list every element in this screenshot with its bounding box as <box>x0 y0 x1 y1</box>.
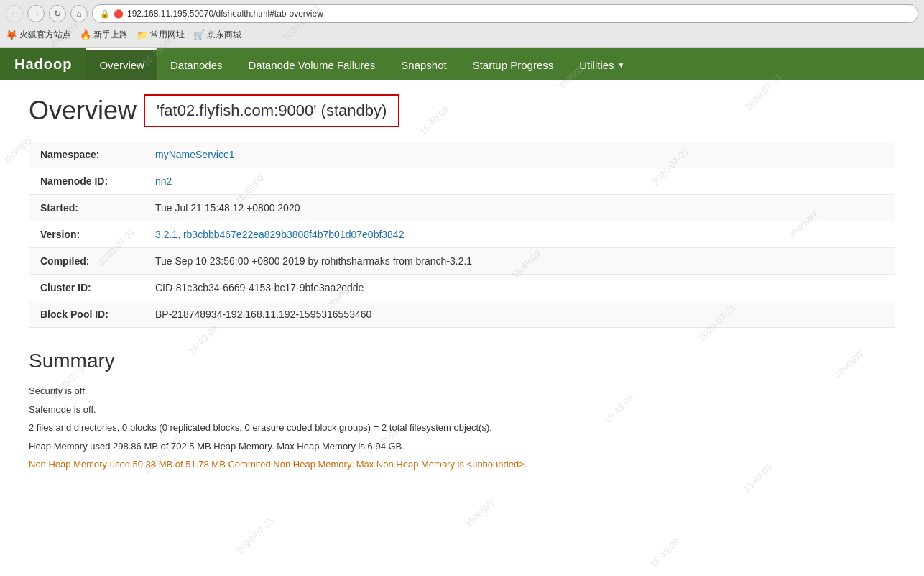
url-text: 192.168.11.195:50070/dfshealth.html#tab-… <box>127 9 323 19</box>
fox-icon: 🦊 <box>6 29 17 40</box>
row-value[interactable]: myNameService1 <box>144 142 895 168</box>
home-button[interactable]: ⌂ <box>70 5 88 22</box>
overview-section: Overview 'fat02.flyfish.com:9000' (stand… <box>29 94 895 328</box>
nav-startup-progress[interactable]: Startup Progress <box>460 48 567 80</box>
summary-item: Security is off. <box>29 384 895 398</box>
address-bar[interactable]: 🔒 🔴 192.168.11.195:50070/dfshealth.html#… <box>92 4 918 23</box>
folder-icon: 📁 <box>137 29 148 40</box>
bookmark-label: 火狐官方站点 <box>19 29 71 41</box>
bookmark-newuser[interactable]: 🔥 新手上路 <box>80 29 128 41</box>
row-link[interactable]: myNameService1 <box>155 149 234 160</box>
bookmark-jd[interactable]: 🛒 京东商城 <box>193 29 241 41</box>
bookmark-label: 常用网址 <box>150 29 185 41</box>
dropdown-arrow-icon: ▼ <box>618 61 625 69</box>
security-icon: 🔒 <box>100 9 110 19</box>
page-title: Overview <box>29 96 137 126</box>
table-row: Block Pool ID:BP-218748934-192.168.11.19… <box>29 301 895 328</box>
info-table: Namespace:myNameService1Namenode ID:nn2S… <box>29 142 895 328</box>
table-row: Namenode ID:nn2 <box>29 168 895 195</box>
summary-item: Safemode is off. <box>29 403 895 417</box>
bookmark-common[interactable]: 📁 常用网址 <box>137 29 185 41</box>
summary-section: Summary Security is off.Safemode is off.… <box>29 349 895 472</box>
brand-logo: Hadoop <box>0 48 86 80</box>
bookmark-label: 京东商城 <box>207 29 241 41</box>
bookmark-foxofficial[interactable]: 🦊 火狐官方站点 <box>6 29 71 41</box>
row-value[interactable]: nn2 <box>144 168 895 195</box>
browser-chrome: ← → ↻ ⌂ 🔒 🔴 192.168.11.195:50070/dfsheal… <box>0 0 924 48</box>
standby-indicator: 'fat02.flyfish.com:9000' (standby) <box>144 94 399 127</box>
nav-datanodes[interactable]: Datanodes <box>157 48 236 80</box>
bookmark-label: 新手上路 <box>93 29 128 41</box>
nav-utilities[interactable]: Utilities ▼ <box>566 48 637 80</box>
row-label: Version: <box>29 221 144 248</box>
jd-icon: 🛒 <box>193 29 205 40</box>
row-label: Compiled: <box>29 248 144 275</box>
fire-icon: 🔥 <box>80 29 91 40</box>
nav-links: Overview Datanodes Datanode Volume Failu… <box>86 48 637 80</box>
row-label: Block Pool ID: <box>29 301 144 328</box>
row-label: Namenode ID: <box>29 168 144 195</box>
refresh-button[interactable]: ↻ <box>49 5 66 22</box>
summary-title: Summary <box>29 349 895 372</box>
overview-heading: Overview 'fat02.flyfish.com:9000' (stand… <box>29 94 895 127</box>
main-navbar: Hadoop Overview Datanodes Datanode Volum… <box>0 48 924 80</box>
table-row: Started:Tue Jul 21 15:48:12 +0800 2020 <box>29 195 895 221</box>
main-content: Overview 'fat02.flyfish.com:9000' (stand… <box>0 80 924 490</box>
nav-snapshot[interactable]: Snapshot <box>388 48 459 80</box>
row-label: Cluster ID: <box>29 275 144 301</box>
summary-item: 2 files and directories, 0 blocks (0 rep… <box>29 421 895 435</box>
row-label: Namespace: <box>29 142 144 168</box>
row-value: Tue Sep 10 23:56:00 +0800 2019 by rohith… <box>144 248 895 275</box>
site-icon: 🔴 <box>114 9 124 19</box>
bookmarks-bar: 🦊 火狐官方站点 🔥 新手上路 📁 常用网址 🛒 京东商城 <box>6 27 918 43</box>
table-row: Cluster ID:CID-81c3cb34-6669-4153-bc17-9… <box>29 275 895 301</box>
row-value: BP-218748934-192.168.11.192-159531655346… <box>144 301 895 328</box>
back-button[interactable]: ← <box>6 5 23 22</box>
nav-datanode-volume-failures[interactable]: Datanode Volume Failures <box>236 48 389 80</box>
forward-button[interactable]: → <box>27 5 45 22</box>
row-value[interactable]: 3.2.1, rb3cbbb467e22ea829b3808f4b7b01d07… <box>144 221 895 248</box>
table-row: Version:3.2.1, rb3cbbb467e22ea829b3808f4… <box>29 221 895 248</box>
row-link[interactable]: nn2 <box>155 175 172 187</box>
table-row: Compiled:Tue Sep 10 23:56:00 +0800 2019 … <box>29 248 895 275</box>
browser-nav: ← → ↻ ⌂ 🔒 🔴 192.168.11.195:50070/dfsheal… <box>6 4 918 23</box>
summary-item: Heap Memory used 298.86 MB of 702.5 MB H… <box>29 439 895 454</box>
summary-item: Non Heap Memory used 50.38 MB of 51.78 M… <box>29 457 895 472</box>
row-value: Tue Jul 21 15:48:12 +0800 2020 <box>144 195 895 221</box>
table-row: Namespace:myNameService1 <box>29 142 895 168</box>
nav-overview[interactable]: Overview <box>86 48 157 80</box>
summary-items: Security is off.Safemode is off.2 files … <box>29 384 895 472</box>
row-link[interactable]: 3.2.1, rb3cbbb467e22ea829b3808f4b7b01d07… <box>155 229 404 240</box>
row-label: Started: <box>29 195 144 221</box>
row-value: CID-81c3cb34-6669-4153-bc17-9bfe3aa2edde <box>144 275 895 301</box>
